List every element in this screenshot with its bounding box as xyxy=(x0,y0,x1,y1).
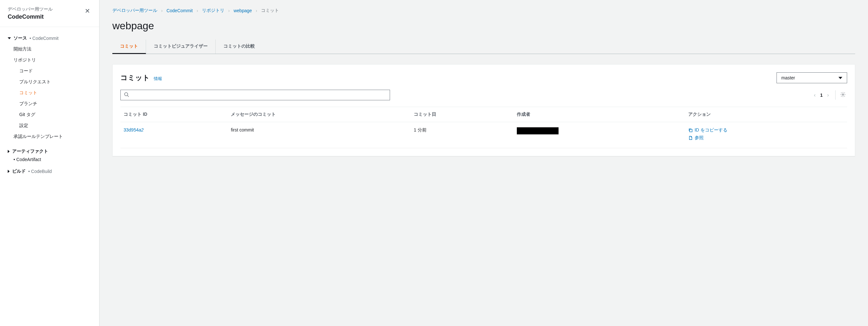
breadcrumb-link[interactable]: リポジトリ xyxy=(202,8,224,13)
nav-section-artifact[interactable]: アーティファクト xyxy=(8,146,92,157)
commit-date: 1 分前 xyxy=(410,122,513,148)
breadcrumb-current: コミット xyxy=(261,8,279,13)
nav-item-pull-requests[interactable]: プルリクエスト xyxy=(13,77,92,87)
caret-right-icon xyxy=(8,150,10,153)
commit-message: first commit xyxy=(227,122,410,148)
search-field[interactable] xyxy=(132,92,386,98)
chevron-right-icon: › xyxy=(228,8,230,13)
breadcrumb-link[interactable]: CodeCommit xyxy=(166,8,193,13)
nav-item-settings[interactable]: 設定 xyxy=(13,120,92,131)
sidebar-title: CodeCommit xyxy=(8,13,53,20)
nav-section-source[interactable]: ソース • CodeCommit xyxy=(8,33,92,44)
prev-page-icon[interactable]: ‹ xyxy=(814,92,816,98)
caret-right-icon xyxy=(8,170,10,173)
chevron-right-icon: › xyxy=(256,8,257,13)
nav-item-git-tags[interactable]: Git タグ xyxy=(13,109,92,120)
page-number: 1 xyxy=(820,92,823,98)
nav-item-branches[interactable]: ブランチ xyxy=(13,99,92,109)
browse-action[interactable]: 参照 xyxy=(688,135,844,141)
commit-author xyxy=(514,122,685,148)
page-title: webpage xyxy=(112,20,855,32)
tabs: コミット コミットビジュアライザー コミットの比較 xyxy=(112,39,855,54)
sidebar: デベロッパー用ツール CodeCommit ✕ ソース • CodeCommit… xyxy=(0,0,99,326)
tab-commit-visualizer[interactable]: コミットビジュアライザー xyxy=(146,39,216,54)
sidebar-subtitle: デベロッパー用ツール xyxy=(8,6,53,12)
chevron-right-icon: › xyxy=(196,8,198,13)
next-page-icon[interactable]: › xyxy=(827,92,829,98)
nav-item-code[interactable]: コード xyxy=(13,65,92,77)
search-icon xyxy=(124,92,129,98)
commits-panel: コミット 情報 master ‹ 1 xyxy=(112,64,855,156)
nav-item-approval-templates[interactable]: 承認ルールテンプレート xyxy=(13,131,92,142)
branch-select[interactable]: master xyxy=(776,72,847,83)
main-content: デベロッパー用ツール › CodeCommit › リポジトリ › webpag… xyxy=(99,0,868,326)
col-author: 作成者 xyxy=(514,107,685,122)
col-commit-id: コミット ID xyxy=(120,107,227,122)
col-actions: アクション xyxy=(685,107,847,122)
caret-down-icon xyxy=(8,37,11,39)
search-input[interactable] xyxy=(120,90,390,100)
tab-compare-commits[interactable]: コミットの比較 xyxy=(216,39,262,54)
nav-section-build[interactable]: ビルド • CodeBuild xyxy=(8,166,92,177)
branch-select-value: master xyxy=(781,75,795,80)
breadcrumb-link[interactable]: デベロッパー用ツール xyxy=(112,8,157,13)
tab-commits[interactable]: コミット xyxy=(112,39,146,54)
svg-point-2 xyxy=(842,94,844,96)
redacted-author xyxy=(517,127,559,134)
commit-id-link[interactable]: 33d954a2 xyxy=(124,127,144,132)
copy-id-action[interactable]: ID をコピーする xyxy=(688,127,844,133)
svg-point-0 xyxy=(125,92,128,96)
nav-item-getting-started[interactable]: 開始方法 xyxy=(13,44,92,55)
table-row: 33d954a2 first commit 1 分前 ID をコピーする xyxy=(120,122,847,148)
copy-icon xyxy=(688,128,693,132)
close-icon[interactable]: ✕ xyxy=(84,6,92,16)
triangle-down-icon xyxy=(838,77,842,79)
svg-rect-3 xyxy=(689,129,692,132)
gear-icon[interactable] xyxy=(835,90,847,100)
info-link[interactable]: 情報 xyxy=(154,76,162,82)
file-icon xyxy=(688,136,693,140)
nav-item-commits[interactable]: コミット xyxy=(13,87,92,99)
col-date: コミット日 xyxy=(410,107,513,122)
nav-item-repositories[interactable]: リポジトリ xyxy=(13,55,92,65)
breadcrumb: デベロッパー用ツール › CodeCommit › リポジトリ › webpag… xyxy=(112,8,855,13)
col-message: メッセージのコミット xyxy=(227,107,410,122)
breadcrumb-link[interactable]: webpage xyxy=(234,8,252,13)
panel-title: コミット xyxy=(120,73,150,83)
pager: ‹ 1 › xyxy=(812,92,831,98)
chevron-right-icon: › xyxy=(161,8,163,13)
commits-table: コミット ID メッセージのコミット コミット日 作成者 アクション 33d95… xyxy=(120,107,847,148)
svg-line-1 xyxy=(127,96,129,97)
